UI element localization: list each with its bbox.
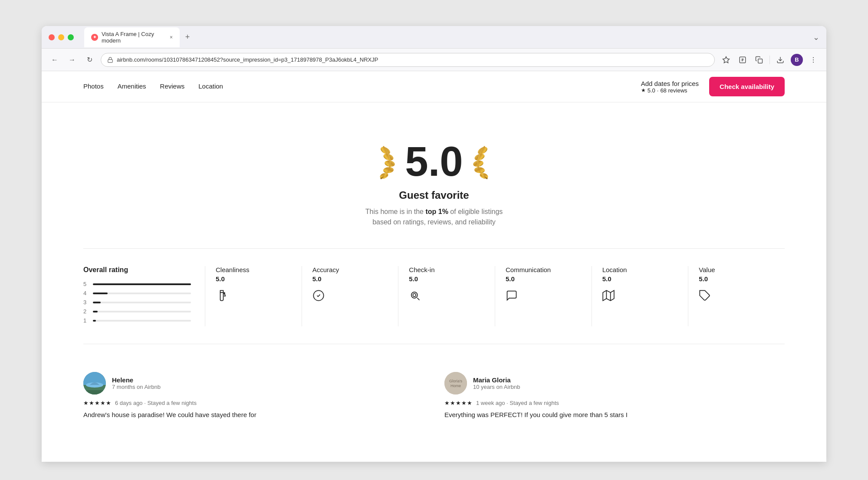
nav-location[interactable]: Location xyxy=(198,79,223,94)
helene-meta-time: 6 days ago · Stayed a few nights xyxy=(115,400,197,406)
text-mode-icon[interactable] xyxy=(736,54,749,66)
map-icon xyxy=(602,289,678,304)
accuracy-score: 5.0 xyxy=(312,275,388,283)
back-button[interactable]: ← xyxy=(49,54,61,66)
hero-rating-number: 5.0 xyxy=(405,141,463,182)
rating-display: 5.0 xyxy=(365,141,503,182)
browser-titlebar: ✦ Vista A Frame | Cozy modern × + ⌄ xyxy=(42,26,826,49)
bar-fill-2 xyxy=(93,311,98,312)
svg-marker-1 xyxy=(723,56,730,62)
svg-point-5 xyxy=(813,57,814,58)
url-display: airbnb.com/rooms/103107863471208452?sour… xyxy=(117,56,708,63)
bar-label-5: 5 xyxy=(83,281,89,287)
sticky-nav: Photos Amenities Reviews Location Add da… xyxy=(42,71,826,102)
review-card-helene: Helene 7 months on Airbnb ★★★★★ 6 days a… xyxy=(83,372,424,420)
helene-avatar xyxy=(83,372,106,395)
guest-favorite-title: Guest favorite xyxy=(399,189,469,201)
desc-bold: top 1% xyxy=(425,208,448,215)
nav-right: Add dates for prices ★ 5.0 · 68 reviews … xyxy=(641,77,785,96)
address-bar[interactable]: airbnb.com/rooms/103107863471208452?sour… xyxy=(101,53,715,67)
check-circle-icon xyxy=(312,289,388,304)
active-tab[interactable]: ✦ Vista A Frame | Cozy modern × xyxy=(84,27,180,47)
svg-text:Gloria's: Gloria's xyxy=(449,379,463,383)
check-availability-button[interactable]: Check availability xyxy=(709,77,785,96)
minimize-button[interactable] xyxy=(58,34,64,40)
svg-text:Home: Home xyxy=(450,384,461,388)
maria-meta: Maria Gloria 10 years on Airbnb xyxy=(473,376,785,390)
location-score: 5.0 xyxy=(602,275,678,283)
rating-star: ★ xyxy=(641,87,646,93)
value-name: Value xyxy=(699,266,774,273)
traffic-lights xyxy=(49,34,74,40)
left-laurel-icon xyxy=(365,142,396,181)
helene-tenure: 7 months on Airbnb xyxy=(112,384,424,390)
nav-photos[interactable]: Photos xyxy=(83,79,104,94)
overall-title: Overall rating xyxy=(83,266,191,274)
svg-point-18 xyxy=(224,293,225,293)
desc-part1: This home is in the xyxy=(365,208,426,215)
nav-reviews[interactable]: Reviews xyxy=(160,79,185,94)
helene-name: Helene xyxy=(112,376,424,384)
add-dates-label: Add dates for prices xyxy=(641,80,699,87)
main-content: 5.0 Guest favorite This home is in the t… xyxy=(42,102,826,441)
accuracy-name: Accuracy xyxy=(312,266,388,273)
download-icon[interactable] xyxy=(774,54,786,66)
tag-icon xyxy=(699,289,774,304)
forward-button[interactable]: → xyxy=(66,54,78,66)
svg-marker-22 xyxy=(603,290,614,300)
tab-title: Vista A Frame | Cozy modern xyxy=(102,31,164,44)
svg-rect-3 xyxy=(758,59,763,63)
browser-window: ✦ Vista A Frame | Cozy modern × + ⌄ ← → … xyxy=(42,26,826,462)
right-laurel-icon xyxy=(472,142,503,181)
bar-row-4: 4 xyxy=(83,290,191,296)
svg-rect-0 xyxy=(108,59,113,62)
desc-line2: based on ratings, reviews, and reliabili… xyxy=(372,218,496,226)
reviewer-info-maria: Gloria's Home Maria Gloria 10 years on A… xyxy=(444,372,785,395)
bar-label-1: 1 xyxy=(83,317,89,324)
svg-point-20 xyxy=(411,292,418,298)
star-icon[interactable] xyxy=(720,54,732,66)
svg-point-7 xyxy=(813,62,814,62)
tab-close-button[interactable]: × xyxy=(170,34,173,40)
more-options-icon[interactable] xyxy=(807,54,819,66)
page-content: Photos Amenities Reviews Location Add da… xyxy=(42,71,826,462)
copy-icon[interactable] xyxy=(753,54,765,66)
window-controls[interactable]: ⌄ xyxy=(813,33,819,42)
airbnb-favicon: ✦ xyxy=(91,34,98,41)
bar-track-2 xyxy=(93,311,191,312)
maria-review-text: Everything was PERFECT! If you could giv… xyxy=(444,410,785,420)
bar-track-1 xyxy=(93,320,191,322)
category-cleanliness: Cleanliness 5.0 xyxy=(205,266,302,326)
bar-fill-4 xyxy=(93,293,108,294)
bar-fill-1 xyxy=(93,320,96,322)
browser-toolbar: ← → ↻ airbnb.com/rooms/10310786347120845… xyxy=(42,49,826,71)
cleanliness-score: 5.0 xyxy=(216,275,291,283)
rating-categories: Overall rating 5 4 3 xyxy=(83,248,785,344)
cleanliness-name: Cleanliness xyxy=(216,266,291,273)
maria-stars: ★★★★★ xyxy=(444,400,473,406)
helene-rating-row: ★★★★★ 6 days ago · Stayed a few nights xyxy=(83,400,424,406)
bar-track-4 xyxy=(93,293,191,294)
svg-rect-29 xyxy=(83,390,106,395)
refresh-button[interactable]: ↻ xyxy=(83,54,95,66)
reviews-count: 68 reviews xyxy=(660,87,687,94)
bar-fill-3 xyxy=(93,302,101,303)
toolbar-actions: B xyxy=(720,54,819,66)
communication-score: 5.0 xyxy=(506,275,581,283)
category-checkin: Check-in 5.0 xyxy=(398,266,495,326)
bar-row-2: 2 xyxy=(83,308,191,315)
communication-name: Communication xyxy=(506,266,581,273)
maximize-button[interactable] xyxy=(68,34,74,40)
bar-track-3 xyxy=(93,302,191,303)
close-button[interactable] xyxy=(49,34,55,40)
reviewer-info-helene: Helene 7 months on Airbnb xyxy=(83,372,424,395)
value-score: 5.0 xyxy=(699,275,774,283)
rating-score: 5.0 xyxy=(648,87,655,94)
new-tab-button[interactable]: + xyxy=(181,31,194,43)
nav-amenities[interactable]: Amenities xyxy=(118,79,146,94)
helene-avatar-image xyxy=(83,372,106,395)
desc-part2: of eligible listings xyxy=(448,208,503,215)
maria-rating-row: ★★★★★ 1 week ago · Stayed a few nights xyxy=(444,400,785,406)
profile-avatar[interactable]: B xyxy=(791,54,803,66)
maria-name: Maria Gloria xyxy=(473,376,785,384)
